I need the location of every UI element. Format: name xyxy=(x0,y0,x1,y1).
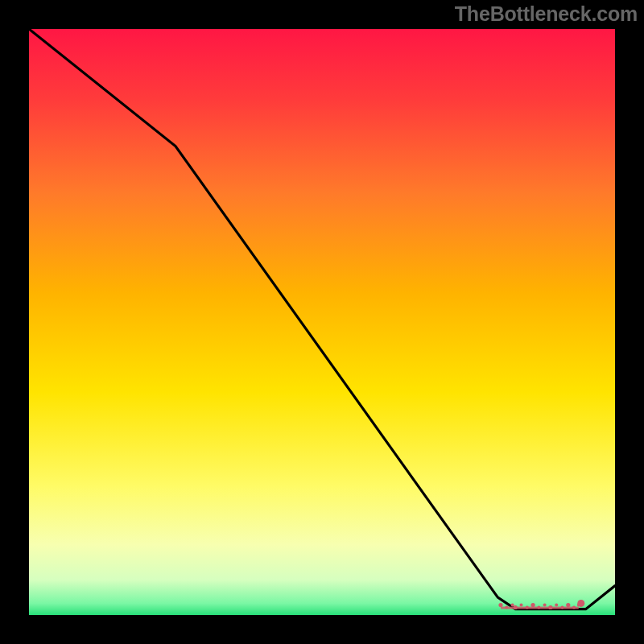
chart-svg xyxy=(29,29,615,615)
optimum-marker xyxy=(543,604,547,607)
optimum-marker xyxy=(548,605,552,609)
optimum-end-marker xyxy=(577,600,584,607)
optimum-marker xyxy=(537,606,540,609)
optimum-marker xyxy=(514,605,518,609)
optimum-marker xyxy=(572,606,576,609)
optimum-marker xyxy=(555,604,558,607)
chart-container: TheBottleneck.com xyxy=(0,0,644,644)
chart-plot-area xyxy=(29,29,615,615)
optimum-marker xyxy=(526,606,529,609)
optimum-marker xyxy=(520,604,523,607)
optimum-marker xyxy=(498,603,502,607)
watermark: TheBottleneck.com xyxy=(455,2,638,26)
optimum-marker xyxy=(505,606,508,609)
chart-background xyxy=(29,29,615,615)
optimum-marker xyxy=(566,603,570,607)
optimum-marker xyxy=(531,603,535,607)
optimum-marker xyxy=(511,604,514,607)
optimum-marker xyxy=(561,606,564,609)
